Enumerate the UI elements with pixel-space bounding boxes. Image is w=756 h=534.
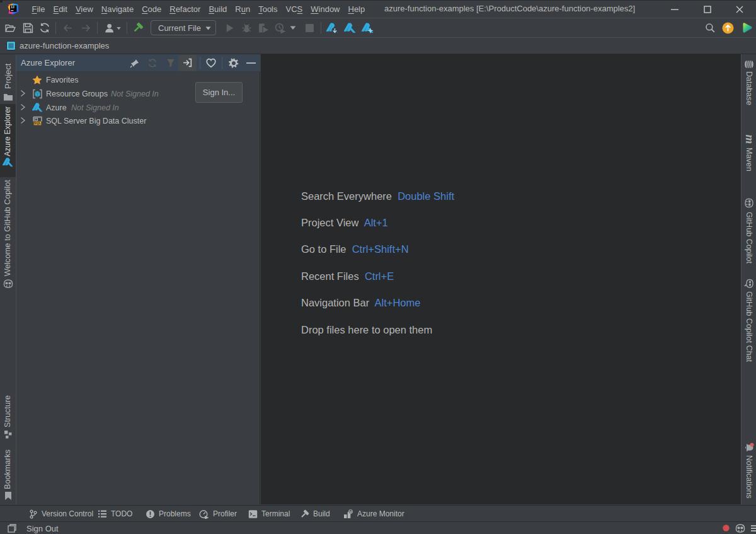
svg-text:SQL: SQL [34,121,42,125]
svg-text:M: M [349,509,352,513]
svg-text:m: m [743,135,755,144]
svg-text:IJ: IJ [11,6,14,9]
